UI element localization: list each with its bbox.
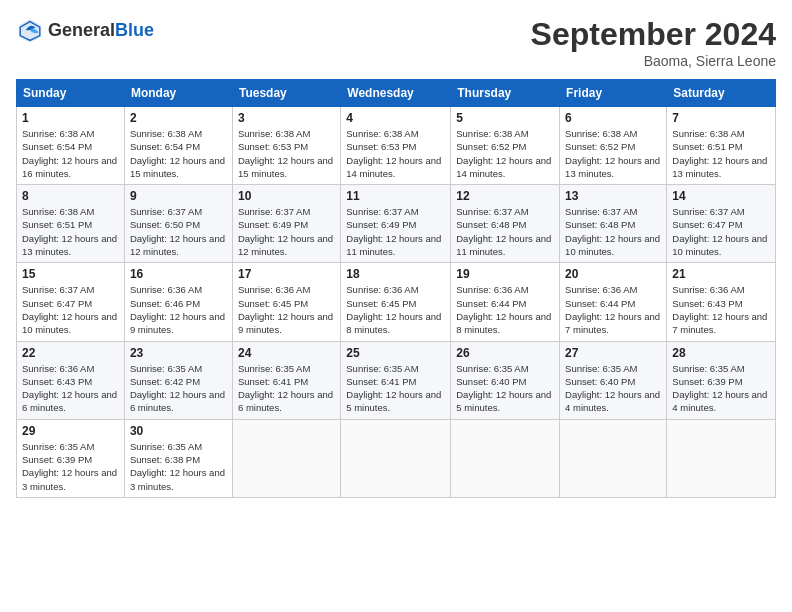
day-number: 11	[346, 189, 445, 203]
day-number: 7	[672, 111, 770, 125]
calendar-cell: 13Sunrise: 6:37 AMSunset: 6:48 PMDayligh…	[560, 185, 667, 263]
weekday-header-sunday: Sunday	[17, 80, 125, 107]
weekday-header-saturday: Saturday	[667, 80, 776, 107]
day-info: Sunrise: 6:38 AMSunset: 6:52 PMDaylight:…	[456, 127, 554, 180]
calendar-cell: 3Sunrise: 6:38 AMSunset: 6:53 PMDaylight…	[232, 107, 340, 185]
calendar-cell	[451, 419, 560, 497]
day-info: Sunrise: 6:35 AMSunset: 6:39 PMDaylight:…	[672, 362, 770, 415]
day-number: 23	[130, 346, 227, 360]
day-number: 28	[672, 346, 770, 360]
day-number: 13	[565, 189, 661, 203]
day-info: Sunrise: 6:35 AMSunset: 6:41 PMDaylight:…	[346, 362, 445, 415]
day-number: 2	[130, 111, 227, 125]
calendar-cell: 21Sunrise: 6:36 AMSunset: 6:43 PMDayligh…	[667, 263, 776, 341]
calendar-cell: 2Sunrise: 6:38 AMSunset: 6:54 PMDaylight…	[124, 107, 232, 185]
day-info: Sunrise: 6:38 AMSunset: 6:54 PMDaylight:…	[130, 127, 227, 180]
day-info: Sunrise: 6:36 AMSunset: 6:43 PMDaylight:…	[22, 362, 119, 415]
day-number: 20	[565, 267, 661, 281]
weekday-header-wednesday: Wednesday	[341, 80, 451, 107]
calendar-cell: 1Sunrise: 6:38 AMSunset: 6:54 PMDaylight…	[17, 107, 125, 185]
day-number: 12	[456, 189, 554, 203]
day-info: Sunrise: 6:35 AMSunset: 6:39 PMDaylight:…	[22, 440, 119, 493]
calendar-cell: 12Sunrise: 6:37 AMSunset: 6:48 PMDayligh…	[451, 185, 560, 263]
week-row-3: 15Sunrise: 6:37 AMSunset: 6:47 PMDayligh…	[17, 263, 776, 341]
day-info: Sunrise: 6:37 AMSunset: 6:48 PMDaylight:…	[565, 205, 661, 258]
day-info: Sunrise: 6:35 AMSunset: 6:38 PMDaylight:…	[130, 440, 227, 493]
day-number: 6	[565, 111, 661, 125]
calendar-cell: 8Sunrise: 6:38 AMSunset: 6:51 PMDaylight…	[17, 185, 125, 263]
calendar-cell: 24Sunrise: 6:35 AMSunset: 6:41 PMDayligh…	[232, 341, 340, 419]
title-block: September 2024 Baoma, Sierra Leone	[531, 16, 776, 69]
day-number: 21	[672, 267, 770, 281]
calendar-cell: 25Sunrise: 6:35 AMSunset: 6:41 PMDayligh…	[341, 341, 451, 419]
day-info: Sunrise: 6:36 AMSunset: 6:46 PMDaylight:…	[130, 283, 227, 336]
day-number: 17	[238, 267, 335, 281]
logo-text: GeneralBlue	[48, 20, 154, 41]
day-number: 9	[130, 189, 227, 203]
calendar-cell: 14Sunrise: 6:37 AMSunset: 6:47 PMDayligh…	[667, 185, 776, 263]
calendar-cell: 17Sunrise: 6:36 AMSunset: 6:45 PMDayligh…	[232, 263, 340, 341]
calendar-cell: 23Sunrise: 6:35 AMSunset: 6:42 PMDayligh…	[124, 341, 232, 419]
day-number: 1	[22, 111, 119, 125]
calendar-cell: 5Sunrise: 6:38 AMSunset: 6:52 PMDaylight…	[451, 107, 560, 185]
calendar-cell: 29Sunrise: 6:35 AMSunset: 6:39 PMDayligh…	[17, 419, 125, 497]
week-row-1: 1Sunrise: 6:38 AMSunset: 6:54 PMDaylight…	[17, 107, 776, 185]
calendar-cell: 28Sunrise: 6:35 AMSunset: 6:39 PMDayligh…	[667, 341, 776, 419]
day-number: 27	[565, 346, 661, 360]
day-info: Sunrise: 6:36 AMSunset: 6:44 PMDaylight:…	[456, 283, 554, 336]
calendar-cell: 9Sunrise: 6:37 AMSunset: 6:50 PMDaylight…	[124, 185, 232, 263]
week-row-2: 8Sunrise: 6:38 AMSunset: 6:51 PMDaylight…	[17, 185, 776, 263]
calendar-cell: 26Sunrise: 6:35 AMSunset: 6:40 PMDayligh…	[451, 341, 560, 419]
day-info: Sunrise: 6:37 AMSunset: 6:49 PMDaylight:…	[238, 205, 335, 258]
day-info: Sunrise: 6:38 AMSunset: 6:54 PMDaylight:…	[22, 127, 119, 180]
day-info: Sunrise: 6:38 AMSunset: 6:51 PMDaylight:…	[672, 127, 770, 180]
calendar-cell	[560, 419, 667, 497]
calendar-cell: 4Sunrise: 6:38 AMSunset: 6:53 PMDaylight…	[341, 107, 451, 185]
calendar-cell: 11Sunrise: 6:37 AMSunset: 6:49 PMDayligh…	[341, 185, 451, 263]
logo: GeneralBlue	[16, 16, 154, 44]
weekday-header-thursday: Thursday	[451, 80, 560, 107]
day-number: 25	[346, 346, 445, 360]
day-info: Sunrise: 6:37 AMSunset: 6:49 PMDaylight:…	[346, 205, 445, 258]
weekday-header-row: SundayMondayTuesdayWednesdayThursdayFrid…	[17, 80, 776, 107]
weekday-header-monday: Monday	[124, 80, 232, 107]
calendar-cell: 6Sunrise: 6:38 AMSunset: 6:52 PMDaylight…	[560, 107, 667, 185]
month-title: September 2024	[531, 16, 776, 53]
calendar-cell: 22Sunrise: 6:36 AMSunset: 6:43 PMDayligh…	[17, 341, 125, 419]
day-info: Sunrise: 6:35 AMSunset: 6:41 PMDaylight:…	[238, 362, 335, 415]
calendar-cell: 7Sunrise: 6:38 AMSunset: 6:51 PMDaylight…	[667, 107, 776, 185]
calendar-cell: 18Sunrise: 6:36 AMSunset: 6:45 PMDayligh…	[341, 263, 451, 341]
calendar-cell: 10Sunrise: 6:37 AMSunset: 6:49 PMDayligh…	[232, 185, 340, 263]
day-number: 24	[238, 346, 335, 360]
calendar-cell: 16Sunrise: 6:36 AMSunset: 6:46 PMDayligh…	[124, 263, 232, 341]
calendar-cell	[667, 419, 776, 497]
day-info: Sunrise: 6:36 AMSunset: 6:44 PMDaylight:…	[565, 283, 661, 336]
day-info: Sunrise: 6:38 AMSunset: 6:53 PMDaylight:…	[346, 127, 445, 180]
day-info: Sunrise: 6:37 AMSunset: 6:47 PMDaylight:…	[22, 283, 119, 336]
day-number: 29	[22, 424, 119, 438]
day-info: Sunrise: 6:38 AMSunset: 6:53 PMDaylight:…	[238, 127, 335, 180]
day-number: 8	[22, 189, 119, 203]
day-info: Sunrise: 6:37 AMSunset: 6:48 PMDaylight:…	[456, 205, 554, 258]
calendar-cell	[341, 419, 451, 497]
day-info: Sunrise: 6:35 AMSunset: 6:40 PMDaylight:…	[456, 362, 554, 415]
logo-icon	[16, 16, 44, 44]
day-number: 26	[456, 346, 554, 360]
day-info: Sunrise: 6:37 AMSunset: 6:50 PMDaylight:…	[130, 205, 227, 258]
day-info: Sunrise: 6:37 AMSunset: 6:47 PMDaylight:…	[672, 205, 770, 258]
logo-general: General	[48, 20, 115, 40]
week-row-5: 29Sunrise: 6:35 AMSunset: 6:39 PMDayligh…	[17, 419, 776, 497]
day-info: Sunrise: 6:36 AMSunset: 6:43 PMDaylight:…	[672, 283, 770, 336]
day-number: 15	[22, 267, 119, 281]
day-number: 18	[346, 267, 445, 281]
day-number: 10	[238, 189, 335, 203]
location-title: Baoma, Sierra Leone	[531, 53, 776, 69]
day-number: 19	[456, 267, 554, 281]
calendar-table: SundayMondayTuesdayWednesdayThursdayFrid…	[16, 79, 776, 498]
calendar-cell: 27Sunrise: 6:35 AMSunset: 6:40 PMDayligh…	[560, 341, 667, 419]
day-number: 16	[130, 267, 227, 281]
day-info: Sunrise: 6:36 AMSunset: 6:45 PMDaylight:…	[346, 283, 445, 336]
calendar-cell: 19Sunrise: 6:36 AMSunset: 6:44 PMDayligh…	[451, 263, 560, 341]
logo-blue: Blue	[115, 20, 154, 40]
calendar-cell: 20Sunrise: 6:36 AMSunset: 6:44 PMDayligh…	[560, 263, 667, 341]
